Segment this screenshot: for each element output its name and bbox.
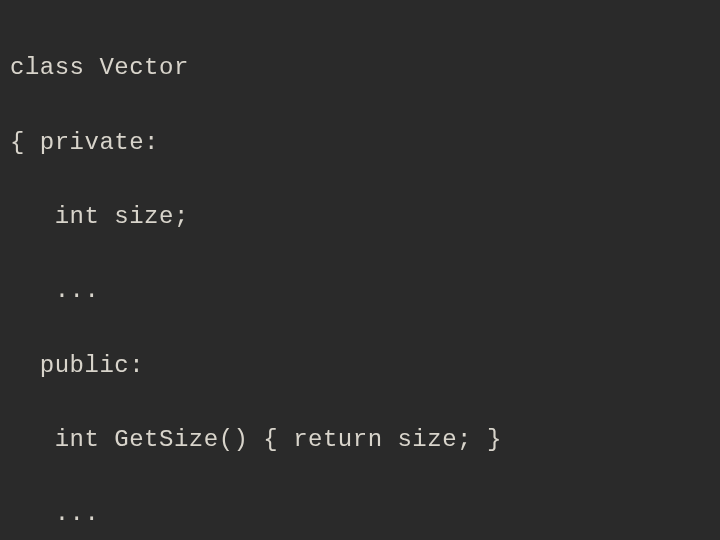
code-line: { private: [10, 124, 710, 161]
code-line: public: [10, 347, 710, 384]
code-line: class Vector [10, 49, 710, 86]
code-line: int size; [10, 198, 710, 235]
code-block: class Vector { private: int size; ... pu… [0, 0, 720, 540]
code-line: int GetSize() { return size; } [10, 421, 710, 458]
code-line: ... [10, 495, 710, 532]
code-line: ... [10, 272, 710, 309]
